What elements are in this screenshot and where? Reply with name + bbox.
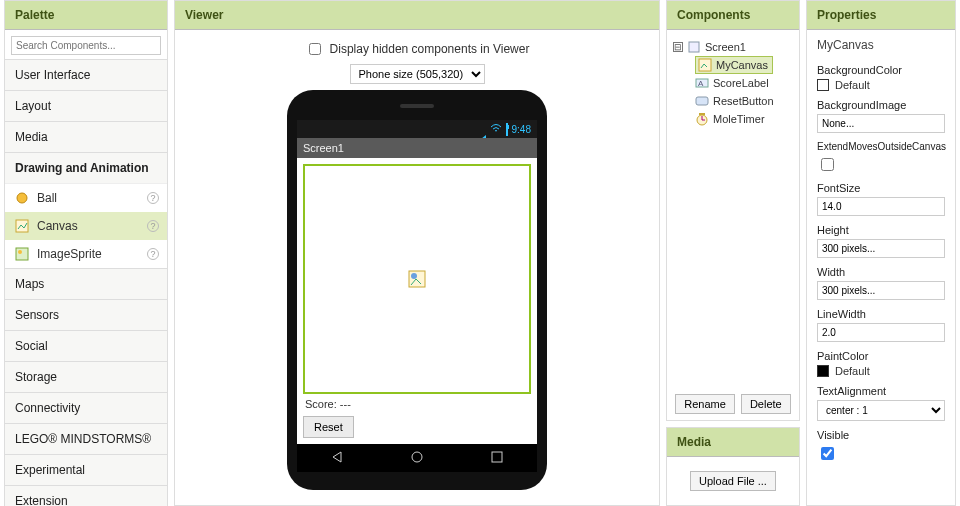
prop-width: Width [817,266,945,300]
palette-item-canvas[interactable]: Canvas ? [5,212,167,240]
extendmoves-checkbox[interactable] [821,158,834,171]
visible-checkbox[interactable] [821,447,834,460]
svg-rect-2 [16,248,28,260]
palette-cat-layout[interactable]: Layout [5,90,167,121]
tree-item-label: MoleTimer [713,113,765,125]
backgroundimage-input[interactable] [817,114,945,133]
palette-item-label: Canvas [37,219,78,233]
linewidth-input[interactable] [817,323,945,342]
palette-item-label: ImageSprite [37,247,102,261]
svg-rect-12 [696,97,708,105]
paintcolor-value[interactable]: Default [817,365,945,377]
media-header: Media [667,428,799,457]
palette-cat-social[interactable]: Social [5,330,167,361]
screen-content: Score: --- Reset [297,158,537,444]
palette-cat-experimental[interactable]: Experimental [5,454,167,485]
back-icon[interactable] [329,450,345,467]
components-header: Components [667,1,799,30]
delete-button[interactable]: Delete [741,394,791,414]
help-icon[interactable]: ? [147,220,159,232]
textalignment-select[interactable]: center : 1 [817,400,945,421]
svg-point-0 [17,193,27,203]
home-icon[interactable] [409,450,425,467]
palette-items: Ball ? Canvas ? ImageSprite ? [5,183,167,268]
label-icon: A [695,76,709,90]
svg-rect-14 [699,113,705,115]
prop-fontsize: FontSize [817,182,945,216]
palette-search-input[interactable] [11,36,161,55]
screen-icon [687,40,701,54]
statusbar: 9:48 [297,120,537,138]
prop-height: Height [817,224,945,258]
display-hidden-label: Display hidden components in Viewer [330,42,530,56]
svg-rect-8 [689,42,699,52]
palette-item-ball[interactable]: Ball ? [5,184,167,212]
palette-cat-extension[interactable]: Extension [5,485,167,506]
score-label: Score: --- [303,394,531,414]
display-hidden-checkbox[interactable] [309,43,321,55]
palette-item-imagesprite[interactable]: ImageSprite ? [5,240,167,268]
rename-button[interactable]: Rename [675,394,735,414]
help-icon[interactable]: ? [147,248,159,260]
canvas-icon [698,58,712,72]
palette-cat-storage[interactable]: Storage [5,361,167,392]
width-input[interactable] [817,281,945,300]
battery-icon [506,124,508,135]
mole-sprite-icon[interactable] [408,270,426,288]
tree-item-scorelabel[interactable]: A ScoreLabel [673,74,793,92]
backgroundcolor-value[interactable]: Default [817,79,945,91]
mycanvas-area[interactable] [303,164,531,394]
upload-file-button[interactable]: Upload File ... [690,471,776,491]
phone-frame: 9:48 Screen1 Score: --- Reset [287,90,547,490]
imagesprite-icon [15,247,29,261]
palette-item-label: Ball [37,191,57,205]
media-panel: Media Upload File ... [666,427,800,506]
tree-item-resetbutton[interactable]: ResetButton [673,92,793,110]
prop-textalignment: TextAlignment center : 1 [817,385,945,421]
tree-item-moletimer[interactable]: MoleTimer [673,110,793,128]
screen-title: Screen1 [297,138,537,158]
viewer-header: Viewer [175,1,659,30]
palette-cat-drawing-animation[interactable]: Drawing and Animation [5,152,167,183]
property-component-name: MyCanvas [817,38,945,52]
signal-icon [476,124,486,135]
palette-cat-maps[interactable]: Maps [5,268,167,299]
palette-cat-lego[interactable]: LEGO® MINDSTORMS® [5,423,167,454]
palette-cat-connectivity[interactable]: Connectivity [5,392,167,423]
color-swatch-icon [817,79,829,91]
tree-root-label: Screen1 [705,41,746,53]
height-input[interactable] [817,239,945,258]
fontsize-input[interactable] [817,197,945,216]
svg-point-5 [411,273,417,279]
tree-item-mycanvas[interactable]: MyCanvas [695,56,773,74]
properties-header: Properties [807,1,955,30]
tree-root[interactable]: ⊟ Screen1 [673,38,793,56]
palette-cat-user-interface[interactable]: User Interface [5,59,167,90]
phone-navbar [297,444,537,472]
svg-point-6 [412,452,422,462]
prop-extendmoves: ExtendMovesOutsideCanvas [817,141,945,174]
wifi-icon [490,123,502,135]
prop-linewidth: LineWidth [817,308,945,342]
tree-item-label: MyCanvas [716,59,768,71]
palette-panel: Palette User Interface Layout Media Draw… [4,0,168,506]
button-icon [695,94,709,108]
help-icon[interactable]: ? [147,192,159,204]
svg-point-3 [18,250,22,254]
svg-text:A: A [698,79,704,88]
reset-button[interactable]: Reset [303,416,354,438]
tree-item-label: ResetButton [713,95,774,107]
canvas-icon [15,219,29,233]
palette-cat-sensors[interactable]: Sensors [5,299,167,330]
recent-icon[interactable] [489,450,505,467]
palette-header: Palette [5,1,167,30]
components-tree: ⊟ Screen1 MyCanvas A [667,30,799,388]
prop-paintcolor: PaintColor Default [817,350,945,377]
phone-size-select[interactable]: Phone size (505,320) [350,64,485,84]
prop-backgroundcolor: BackgroundColor Default [817,64,945,91]
collapse-icon[interactable]: ⊟ [673,42,683,52]
prop-visible: Visible [817,429,945,463]
statusbar-time: 9:48 [512,124,531,135]
palette-cat-media[interactable]: Media [5,121,167,152]
properties-panel: Properties MyCanvas BackgroundColor Defa… [806,0,956,506]
